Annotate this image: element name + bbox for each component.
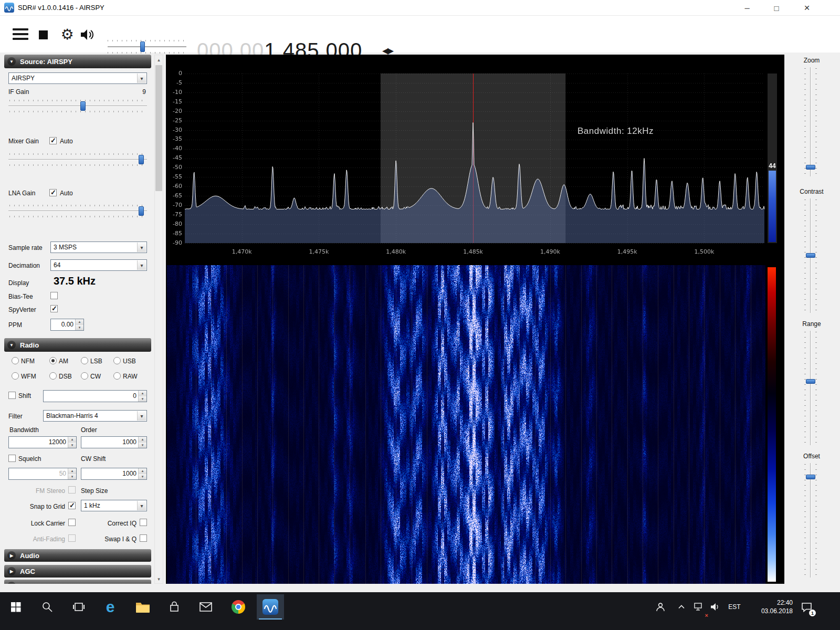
waterfall-canvas[interactable] (167, 265, 765, 584)
slider-thumb[interactable] (806, 165, 815, 170)
mode-radio-cw[interactable] (81, 372, 88, 380)
mixer-gain-slider[interactable] (8, 153, 147, 166)
expand-triangle-icon[interactable] (7, 567, 16, 575)
scroll-down-icon[interactable] (155, 574, 163, 583)
speaker-icon[interactable] (80, 28, 96, 43)
action-center-icon[interactable]: 1 (796, 594, 817, 620)
spectrum-canvas[interactable] (167, 55, 765, 261)
edge-letter: e (106, 599, 115, 615)
spinner-buttons[interactable] (68, 437, 76, 448)
if-gain-slider[interactable] (8, 100, 147, 112)
shift-checkbox[interactable] (8, 392, 16, 399)
offset-slider[interactable] (804, 463, 817, 578)
chevron-down-icon[interactable] (137, 260, 146, 270)
network-disconnected-icon[interactable] (691, 594, 707, 620)
device-combobox[interactable]: AIRSPY (8, 72, 147, 84)
squelch-checkbox[interactable] (8, 455, 16, 462)
expand-triangle-icon[interactable] (7, 551, 16, 560)
mode-radio-lsb[interactable] (81, 357, 88, 364)
task-view-icon[interactable] (65, 594, 92, 620)
range-slider[interactable] (804, 331, 817, 445)
chevron-down-icon[interactable] (137, 501, 146, 510)
collapse-triangle-icon[interactable] (7, 57, 16, 66)
search-icon[interactable] (34, 594, 61, 620)
spinner-buttons[interactable] (138, 437, 146, 448)
step-size-combobox[interactable]: 1 kHz (81, 500, 147, 511)
chevron-down-icon[interactable] (137, 74, 146, 83)
mode-radio-usb[interactable] (113, 357, 121, 364)
audio-panel-header[interactable]: Audio (4, 549, 151, 562)
ppm-spinner[interactable]: 0.00 (50, 319, 84, 331)
correct-iq-checkbox[interactable] (140, 519, 147, 526)
menu-icon[interactable] (13, 28, 28, 40)
volume-slider-thumb[interactable] (140, 41, 145, 52)
cw-shift-spinner[interactable]: 1000 (81, 468, 147, 480)
spinner-buttons[interactable] (138, 391, 146, 402)
chevron-down-icon[interactable] (137, 243, 146, 252)
slider-thumb[interactable] (80, 101, 86, 111)
slider-track (810, 67, 811, 176)
mixer-auto-checkbox[interactable] (49, 137, 57, 144)
sidebar-scrollbar[interactable] (154, 55, 163, 584)
slider-thumb[interactable] (139, 155, 144, 164)
snap-to-grid-checkbox[interactable] (68, 502, 76, 509)
settings-gear-icon[interactable] (59, 25, 76, 43)
expand-triangle-icon[interactable] (7, 582, 16, 584)
sdrsharp-taskbar-icon[interactable] (257, 594, 284, 620)
volume-tray-icon[interactable] (708, 594, 723, 620)
mail-icon[interactable] (192, 594, 219, 620)
close-button[interactable] (798, 0, 816, 16)
minimize-button[interactable] (738, 0, 756, 16)
lna-auto-checkbox[interactable] (49, 189, 57, 196)
fm-stereo-checkbox (68, 486, 76, 494)
mode-radio-am[interactable] (49, 357, 57, 364)
radio-panel-header[interactable]: Radio (4, 338, 151, 352)
fft-display-panel-header[interactable]: FFT Display (4, 580, 151, 584)
file-explorer-icon[interactable] (129, 594, 156, 620)
order-spinner[interactable]: 1000 (81, 436, 147, 448)
mode-radio-nfm[interactable] (12, 357, 19, 364)
chevron-down-icon[interactable] (137, 411, 146, 421)
lna-gain-slider[interactable] (8, 205, 147, 217)
maximize-button[interactable] (768, 0, 785, 16)
spinner-buttons[interactable] (68, 468, 76, 479)
spyverter-checkbox[interactable] (50, 305, 58, 312)
language-indicator[interactable]: EST (726, 594, 743, 620)
scrollbar-thumb[interactable] (155, 65, 162, 191)
slider-thumb[interactable] (806, 253, 815, 258)
zoom-slider[interactable] (804, 67, 817, 176)
collapse-triangle-icon[interactable] (7, 341, 16, 349)
source-panel-header[interactable]: Source: AIRSPY (4, 55, 151, 68)
store-icon[interactable] (161, 594, 188, 620)
sample-rate-combobox[interactable]: 3 MSPS (50, 242, 147, 253)
filter-combobox[interactable]: Blackman-Harris 4 (43, 410, 147, 422)
stop-button[interactable] (39, 30, 48, 39)
decimation-combobox[interactable]: 64 (50, 259, 147, 271)
slider-thumb[interactable] (806, 379, 815, 384)
mode-radio-dsb[interactable] (49, 372, 57, 380)
hidden-icons-chevron-icon[interactable] (674, 594, 689, 620)
slider-thumb[interactable] (806, 475, 815, 479)
agc-panel-header[interactable]: AGC (4, 565, 151, 578)
shift-spinner[interactable]: 0 (43, 390, 147, 402)
spinner-buttons[interactable] (75, 319, 83, 330)
slider-thumb[interactable] (139, 206, 144, 216)
lock-carrier-checkbox[interactable] (68, 519, 76, 526)
people-icon[interactable] (651, 594, 670, 620)
volume-slider[interactable] (108, 40, 186, 54)
clock[interactable]: 22:40 03.06.2018 (748, 594, 793, 620)
scroll-up-icon[interactable] (155, 55, 163, 64)
spinner-buttons[interactable] (138, 468, 146, 479)
contrast-slider[interactable] (804, 198, 817, 313)
squelch-spinner[interactable]: 50 (8, 468, 77, 480)
start-button[interactable] (2, 594, 29, 620)
mode-radio-raw[interactable] (113, 372, 121, 380)
mode-radio-wfm[interactable] (12, 372, 19, 380)
swap-iq-checkbox[interactable] (140, 534, 147, 542)
bias-tee-checkbox[interactable] (50, 292, 58, 299)
shift-value: 0 (46, 392, 136, 400)
edge-icon[interactable]: e (97, 594, 124, 620)
chrome-icon[interactable] (225, 594, 252, 620)
bandwidth-spinner[interactable]: 12000 (8, 436, 77, 448)
range-label: Range (785, 320, 838, 328)
